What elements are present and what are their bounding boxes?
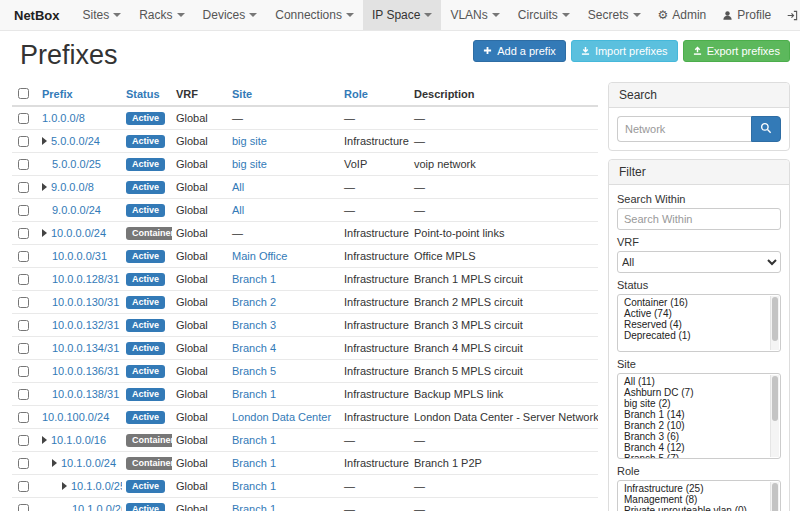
search-button[interactable] [751, 116, 781, 142]
filter-option[interactable]: Branch 4 (12) [624, 442, 768, 453]
prefix-link[interactable]: 10.0.0.0/31 [52, 250, 107, 262]
row-checkbox[interactable] [18, 205, 29, 216]
prefix-link[interactable]: 10.0.0.136/31 [52, 365, 119, 377]
site-link[interactable]: Branch 2 [232, 296, 276, 308]
row-checkbox[interactable] [18, 228, 29, 239]
row-checkbox[interactable] [18, 136, 29, 147]
prefix-link[interactable]: 10.0.0.128/31 [52, 273, 119, 285]
prefix-link[interactable]: 10.1.0.0/24 [61, 457, 116, 469]
site-link[interactable]: Branch 4 [232, 342, 276, 354]
filter-option[interactable]: Branch 1 (14) [624, 409, 768, 420]
site-link[interactable]: All [232, 204, 244, 216]
site-link[interactable]: Branch 5 [232, 365, 276, 377]
prefix-link[interactable]: 10.1.0.0/16 [51, 434, 106, 446]
nav-item-devices[interactable]: Devices [194, 0, 267, 30]
row-checkbox[interactable] [18, 366, 29, 377]
row-checkbox[interactable] [18, 435, 29, 446]
prefix-link[interactable]: 10.0.0.134/31 [52, 342, 119, 354]
scrollbar[interactable] [770, 482, 779, 511]
search-input[interactable] [617, 116, 751, 142]
site-link[interactable]: Branch 1 [232, 388, 276, 400]
site-link[interactable]: Branch 1 [232, 457, 276, 469]
prefix-link[interactable]: 9.0.0.0/8 [51, 181, 94, 193]
row-checkbox[interactable] [18, 159, 29, 170]
search-within-input[interactable] [617, 208, 781, 230]
nav-item-vlans[interactable]: VLANs [441, 0, 508, 30]
site-link[interactable]: All [232, 181, 244, 193]
filter-option[interactable]: Ashburn DC (7) [624, 387, 768, 398]
site-link[interactable]: Branch 1 [232, 503, 276, 511]
prefix-link[interactable]: 5.0.0.0/25 [52, 158, 101, 170]
nav-item-secrets[interactable]: Secrets [579, 0, 650, 30]
row-checkbox[interactable] [18, 182, 29, 193]
expand-arrow-icon[interactable] [42, 436, 47, 444]
prefix-link[interactable]: 9.0.0.0/24 [52, 204, 101, 216]
nav-item-connections[interactable]: Connections [266, 0, 363, 30]
import-prefixes-button[interactable]: Import prefixes [571, 40, 678, 62]
prefix-link[interactable]: 5.0.0.0/24 [51, 135, 100, 147]
filter-option[interactable]: Deprecated (1) [624, 330, 768, 341]
filter-option[interactable]: Private unrouteable vlan (0) [624, 505, 768, 511]
column-header-site[interactable]: Site [228, 88, 340, 100]
prefix-link[interactable]: 10.0.0.132/31 [52, 319, 119, 331]
expand-arrow-icon[interactable] [62, 482, 67, 490]
nav-item-logout[interactable]: Log out [779, 0, 800, 30]
site-filter-select[interactable]: All (11)Ashburn DC (7)big site (2)Branch… [617, 373, 781, 459]
select-all-checkbox[interactable] [18, 88, 29, 99]
site-link[interactable]: Main Office [232, 250, 287, 262]
add-prefix-button[interactable]: Add a prefix [473, 40, 566, 62]
column-header-status[interactable]: Status [122, 88, 172, 100]
row-checkbox[interactable] [18, 412, 29, 423]
row-checkbox[interactable] [18, 251, 29, 262]
site-link[interactable]: Branch 1 [232, 480, 276, 492]
scrollbar-thumb[interactable] [772, 376, 778, 421]
vrf-select[interactable]: All [617, 251, 781, 273]
expand-arrow-icon[interactable] [52, 459, 57, 467]
nav-item-circuits[interactable]: Circuits [509, 0, 579, 30]
scrollbar[interactable] [770, 296, 779, 350]
prefix-link[interactable]: 1.0.0.0/8 [42, 112, 85, 124]
row-checkbox[interactable] [18, 320, 29, 331]
status-filter-select[interactable]: Container (16)Active (74)Reserved (4)Dep… [617, 294, 781, 352]
row-checkbox[interactable] [18, 458, 29, 469]
filter-option[interactable]: Branch 3 (6) [624, 431, 768, 442]
row-checkbox[interactable] [18, 389, 29, 400]
filter-option[interactable]: Container (16) [624, 297, 768, 308]
row-checkbox[interactable] [18, 297, 29, 308]
scrollbar[interactable] [770, 375, 779, 457]
row-checkbox[interactable] [18, 481, 29, 492]
filter-option[interactable]: Infrastructure (25) [624, 483, 768, 494]
filter-option[interactable]: Management (8) [624, 494, 768, 505]
site-link[interactable]: big site [232, 135, 267, 147]
expand-arrow-icon[interactable] [42, 137, 47, 145]
row-checkbox[interactable] [18, 504, 29, 511]
site-link[interactable]: London Data Center [232, 411, 331, 423]
row-checkbox[interactable] [18, 113, 29, 124]
row-checkbox[interactable] [18, 343, 29, 354]
nav-item-racks[interactable]: Racks [130, 0, 193, 30]
filter-option[interactable]: Branch 5 (7) [624, 453, 768, 459]
scrollbar-thumb[interactable] [772, 483, 778, 511]
nav-item-profile[interactable]: Profile [714, 0, 779, 30]
filter-option[interactable]: All (11) [624, 376, 768, 387]
filter-option[interactable]: Active (74) [624, 308, 768, 319]
column-header-role[interactable]: Role [340, 88, 410, 100]
netbox-logo[interactable]: NetBox [0, 0, 74, 30]
prefix-link[interactable]: 10.0.0.138/31 [52, 388, 119, 400]
site-link[interactable]: Branch 3 [232, 319, 276, 331]
nav-item-sites[interactable]: Sites [74, 0, 131, 30]
nav-item-admin[interactable]: ⚙ Admin [650, 0, 715, 30]
filter-option[interactable]: Branch 2 (10) [624, 420, 768, 431]
nav-item-ip-space[interactable]: IP Space [363, 0, 441, 30]
expand-arrow-icon[interactable] [42, 229, 47, 237]
prefix-link[interactable]: 10.0.0.130/31 [52, 296, 119, 308]
prefix-link[interactable]: 10.0.100.0/24 [42, 411, 109, 423]
site-link[interactable]: big site [232, 158, 267, 170]
prefix-link[interactable]: 10.1.0.0/26 [72, 503, 122, 511]
export-prefixes-button[interactable]: Export prefixes [683, 40, 790, 62]
prefix-link[interactable]: 10.0.0.0/24 [51, 227, 106, 239]
column-header-prefix[interactable]: Prefix [38, 88, 122, 100]
scrollbar-thumb[interactable] [772, 297, 778, 341]
filter-option[interactable]: big site (2) [624, 398, 768, 409]
role-filter-select[interactable]: Infrastructure (25)Management (8)Private… [617, 480, 781, 511]
